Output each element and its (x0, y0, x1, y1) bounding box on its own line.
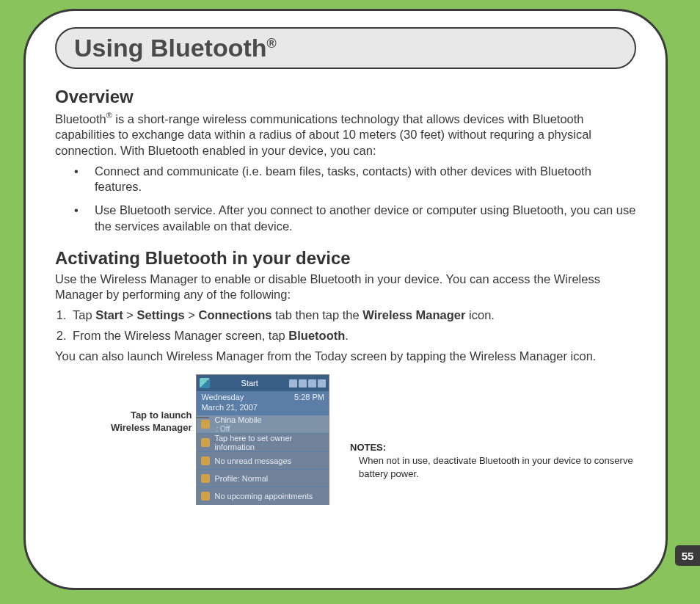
calendar-icon (201, 492, 210, 501)
activate-step-1: Tap Start > Settings > Connections tab t… (70, 308, 636, 324)
overview-heading: Overview (55, 87, 636, 107)
content-inner: Using Bluetooth® Overview Bluetooth® is … (55, 27, 636, 566)
page-title: Using Bluetooth® (74, 33, 617, 63)
page-root: Using Bluetooth® Overview Bluetooth® is … (0, 0, 700, 604)
status-icon (289, 379, 297, 387)
notes-block: NOTES: When not in use, deactivate Bluet… (350, 442, 636, 480)
overview-intro: Bluetooth® is a short-range wireless com… (55, 110, 636, 159)
activate-steps: Tap Start > Settings > Connections tab t… (70, 308, 636, 344)
screenshot-list: China Mobile : Off Tap here to set owner… (197, 415, 329, 505)
wireless-manager-icon (201, 420, 210, 429)
notes-label: NOTES: (350, 442, 636, 453)
title-text: Using Bluetooth (74, 34, 267, 62)
callout-line-1: Tap to launch (131, 410, 192, 421)
start-flag-icon (200, 378, 210, 388)
overview-bullet-1: Connect and communicate (i.e. beam files… (74, 164, 636, 196)
callout-line-2: Wireless Manager (111, 422, 192, 433)
screenshot-row: Tap to launch Wireless Manager Start Wed… (55, 374, 636, 505)
screenshot-appointments-item: No upcoming appointments (197, 487, 329, 504)
activate-after: You can also launch Wireless Manager fro… (55, 349, 636, 365)
screenshot-date-row: Wednesday March 21, 2007 5:28 PM (197, 391, 329, 415)
screenshot-carrier-item: China Mobile : Off (197, 415, 329, 433)
page-number-tab: 55 (675, 545, 700, 566)
overview-bullets: Connect and communicate (i.e. beam files… (74, 164, 636, 235)
activate-heading: Activating Bluetooth in your device (55, 248, 636, 269)
overview-bullet-2: Use Bluetooth service. After you connect… (74, 203, 636, 235)
screenshot-time: 5:28 PM (294, 393, 324, 413)
screenshot-date: March 21, 2007 (201, 403, 257, 413)
device-screenshot: Start Wednesday March 21, 2007 5:28 PM (196, 374, 329, 505)
screenshot-day: Wednesday (201, 393, 257, 403)
notes-body: When not in use, deactivate Bluetooth in… (350, 454, 636, 480)
screenshot-messages-item: No unread messages (197, 451, 329, 469)
profile-icon (201, 474, 210, 483)
screenshot-callout: Tap to launch Wireless Manager (55, 374, 196, 434)
callout-leader-line (196, 417, 209, 418)
status-icon (308, 379, 316, 387)
status-icon (318, 379, 326, 387)
owner-icon (201, 438, 210, 447)
screenshot-titlebar: Start (197, 375, 329, 391)
screenshot-profile-item: Profile: Normal (197, 469, 329, 487)
activate-intro: Use the Wireless Manager to enable or di… (55, 272, 636, 304)
content-panel: Using Bluetooth® Overview Bluetooth® is … (23, 9, 668, 590)
messages-icon (201, 456, 210, 465)
start-label: Start (241, 379, 258, 387)
screenshot-owner-item: Tap here to set owner information (197, 433, 329, 451)
carrier-sub: : Off (216, 425, 230, 433)
title-registered: ® (267, 36, 277, 51)
page-number: 55 (682, 550, 694, 562)
status-icons (289, 379, 326, 387)
activate-step-2: From the Wireless Manager screen, tap Bl… (70, 328, 636, 344)
title-bar: Using Bluetooth® (55, 27, 636, 69)
status-icon (299, 379, 307, 387)
carrier-name: China Mobile (214, 415, 261, 424)
